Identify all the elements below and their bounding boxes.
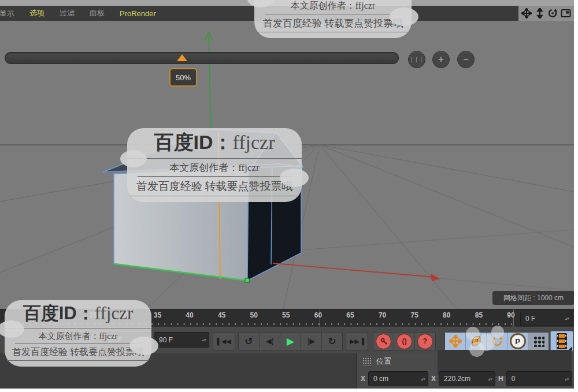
watermark-author-line: 本文原创作者：ffjczr: [138, 161, 291, 177]
grid-spacing-badge: 网格间距 : 1000 cm: [492, 291, 574, 305]
coordinates-header[interactable]: 位置: [362, 356, 391, 367]
slider-marker-icon[interactable]: [177, 54, 187, 61]
coord-value-field[interactable]: 220.2cm▴▾: [439, 371, 495, 386]
go-end-icon: ▶▶▐: [350, 338, 364, 345]
coord-axis-label: X: [358, 375, 368, 383]
y-axis-handle[interactable]: [205, 32, 213, 130]
coord-value: 0: [507, 375, 564, 383]
ruler-tick: 40: [186, 311, 193, 319]
ruler-tick: 45: [218, 311, 225, 319]
watermark-author-line: 本文原创作者：ffjczr: [15, 331, 141, 344]
grip-dots-icon: [362, 357, 372, 365]
power-slider[interactable]: [5, 52, 399, 64]
ruler-tick: 70: [379, 311, 386, 319]
end-frame-value: 0 F: [521, 315, 564, 323]
play-button[interactable]: ▶: [280, 333, 301, 350]
watermark-note-line: 首发百度经验 转载要点赞投票哦: [257, 17, 409, 32]
coord-axis-label: X: [428, 375, 439, 383]
dot-grid-icon: [533, 335, 544, 347]
watermark-blob: [491, 326, 504, 338]
menu-item[interactable]: ProRender: [112, 9, 164, 18]
go-start-icon: ▌◀◀: [217, 338, 231, 345]
rotate-camera-icon[interactable]: [547, 8, 558, 18]
ruler-tick: 50: [250, 311, 258, 319]
watermark-author-line: 本文原创作者：ffjczr: [265, 0, 401, 14]
watermark-brand: 百度ID：: [154, 131, 233, 153]
watermark-top: 百度ID：ffjczr 本文原创作者：ffjczr 首发百度经验 转载要点赞投票…: [254, 0, 412, 38]
position-arrows-icon: [449, 335, 462, 348]
selected-vertex[interactable]: [245, 278, 249, 282]
range-marker: [320, 309, 320, 327]
watermark-bottom: 百度ID：ffjczr 本文原创作者：ffjczr 首发百度经验 转载要点赞投票…: [5, 300, 151, 367]
ruler-tick: 35: [154, 311, 161, 319]
maximize-view-icon[interactable]: [561, 8, 571, 18]
coordinates-panel: 位置 X0 cm▴▾X220.2cm▴▾H0▴▾: [356, 353, 574, 389]
record-key-icon: [376, 334, 391, 349]
end-frame-field[interactable]: 0 F ▴▾: [520, 311, 572, 326]
slider-value-tooltip: 50%: [169, 68, 197, 87]
key-position-button[interactable]: [445, 333, 466, 350]
next-frame-icon: )▶: [307, 337, 315, 345]
zoom-in-button[interactable]: +: [432, 51, 450, 68]
max-frame-field[interactable]: 90 F ▴▾: [154, 332, 209, 348]
parameter-p-icon: P: [510, 333, 526, 349]
previous-frame-button[interactable]: ◀(: [260, 333, 280, 350]
ruler-tick: 75: [411, 311, 418, 319]
spinner-icon[interactable]: ▴▾: [564, 317, 572, 320]
question-icon: ?: [417, 334, 433, 349]
dolly-camera-icon[interactable]: [535, 8, 545, 18]
coord-value-field[interactable]: 0▴▾: [506, 371, 572, 386]
menu-item[interactable]: 显示: [0, 8, 22, 18]
go-to-start-button[interactable]: ▌◀◀: [213, 332, 235, 350]
coordinates-title: 位置: [376, 356, 391, 367]
watermark-middle: 百度ID：ffjczr 本文原创作者：ffjczr 首发百度经验 转载要点赞投票…: [127, 128, 302, 202]
previous-frame-icon: ◀(: [266, 337, 273, 345]
app-window: 显示选项过滤面板ProRender: [0, 0, 574, 389]
filmstrip-icon: [556, 333, 568, 349]
key-pla-button[interactable]: [528, 333, 549, 350]
coord-axis-label: H: [495, 375, 506, 383]
spinner-icon[interactable]: ▴▾: [201, 338, 209, 341]
slider-value: 50%: [176, 73, 191, 82]
watermark-blob: [469, 342, 484, 357]
watermark-note-line: 首发百度经验 转载要点赞投票哦: [129, 179, 299, 196]
animation-palette-button[interactable]: [550, 331, 573, 352]
ruler-tick: 55: [282, 311, 290, 319]
coordinate-fields: X0 cm▴▾X220.2cm▴▾H0▴▾: [358, 371, 572, 386]
menu-item[interactable]: 选项: [22, 8, 52, 18]
previous-key-button[interactable]: ↺: [239, 333, 260, 350]
next-key-icon: ↻: [328, 335, 336, 348]
pan-camera-icon[interactable]: [521, 8, 532, 18]
slider-bars-button[interactable]: ❘❘❘: [408, 51, 425, 68]
spinner-icon[interactable]: ▴▾: [487, 378, 495, 380]
menu-items: 显示选项过滤面板ProRender: [0, 6, 164, 21]
menu-item[interactable]: 过滤: [52, 8, 82, 18]
spinner-icon[interactable]: ▴▾: [420, 378, 428, 380]
next-frame-button[interactable]: )▶: [301, 333, 322, 350]
record-keyframe-button[interactable]: [373, 333, 394, 350]
autokey-button[interactable]: (): [394, 333, 415, 350]
x-axis-handle[interactable]: [273, 263, 440, 281]
autokey-parens-icon: (): [397, 334, 412, 349]
spinner-icon[interactable]: ▴▾: [564, 378, 572, 380]
key-parameter-button[interactable]: P: [507, 333, 528, 350]
coord-value-field[interactable]: 0 cm▴▾: [368, 371, 428, 386]
go-to-end-button[interactable]: ▶▶▐: [346, 332, 368, 350]
viewport-nav-tray: [518, 6, 574, 21]
record-group: () ?: [373, 332, 436, 350]
zoom-out-button[interactable]: −: [457, 51, 475, 68]
coord-value: 220.2cm: [439, 375, 487, 383]
ruler-tick: 80: [443, 311, 450, 319]
playback-group: ↺ ◀( ▶ )▶ ↻: [238, 332, 343, 350]
coord-value: 0 cm: [369, 375, 420, 383]
next-key-button[interactable]: ↻: [322, 333, 342, 350]
watermark-id: ffjczr: [233, 132, 275, 153]
max-frame-value: 90 F: [154, 336, 201, 344]
watermark-id: ffjczr: [95, 303, 134, 323]
watermark-brand: 百度ID：: [23, 303, 95, 323]
play-icon: ▶: [287, 335, 294, 348]
watermark-note-line: 首发百度经验 转载要点赞投票哦: [7, 346, 149, 361]
keying-help-button[interactable]: ?: [415, 333, 435, 350]
menu-item[interactable]: 面板: [82, 8, 112, 18]
ruler-tick: 85: [475, 311, 483, 319]
